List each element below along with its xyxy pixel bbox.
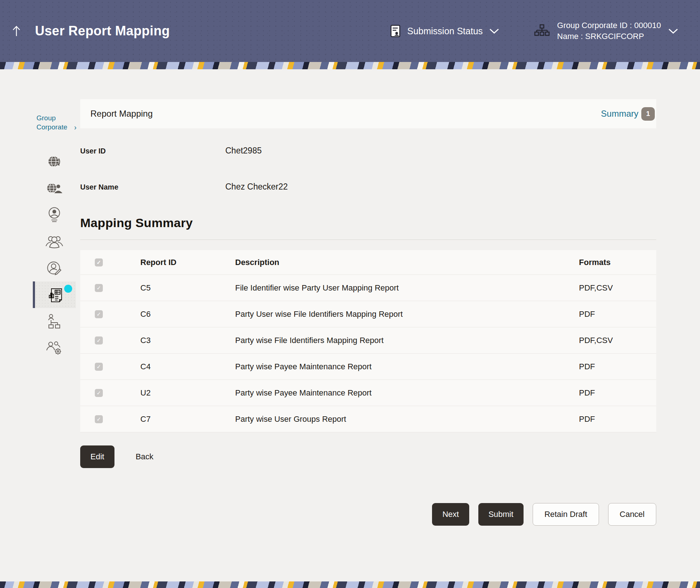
user-id-row: User ID Chet2985 — [80, 146, 656, 156]
page-title: User Report Mapping — [35, 23, 170, 39]
formats-cell: PDF — [579, 414, 656, 424]
table-row: ✓ C3 Party wise File Identifiers Mapping… — [80, 327, 656, 354]
table-row: ✓ C6 Party User wise File Identifiers Ma… — [80, 301, 656, 327]
chevron-down-icon — [489, 28, 499, 34]
column-header-report-id: Report ID — [140, 258, 235, 267]
header-right: Submission Status Group Corporate — [390, 20, 678, 42]
report-id-cell: C3 — [140, 336, 235, 345]
user-profile-icon — [46, 206, 63, 224]
row-checkbox-cell: ✓ — [80, 415, 140, 423]
description-cell: File Identifier wise Party User Mapping … — [235, 283, 579, 293]
breadcrumb-group-corporate[interactable]: Group Corporate › — [36, 114, 77, 132]
formats-cell: PDF,CSV — [579, 283, 656, 293]
decorative-pattern-strip-top — [0, 62, 700, 69]
formats-cell: PDF — [579, 309, 656, 319]
sidebar-item-report-mapping[interactable] — [33, 281, 76, 308]
sidebar-item-user-group[interactable] — [33, 228, 76, 255]
retain-draft-button[interactable]: Retain Draft — [533, 503, 599, 526]
summary-count-badge: 1 — [641, 107, 655, 121]
user-id-value: Chet2985 — [225, 146, 262, 156]
sidebar-item-workflow-management[interactable] — [33, 308, 76, 335]
main-content: Report Mapping Summary 1 User ID Chet298… — [80, 69, 656, 526]
description-cell: Party wise User Groups Report — [235, 414, 579, 424]
submission-status-dropdown[interactable]: Submission Status — [390, 24, 499, 38]
report-id-cell: U2 — [140, 388, 235, 398]
group-corporate-dropdown[interactable]: Group Corporate ID : 000010 Name : SRKGC… — [534, 20, 678, 42]
user-name-row: User Name Chez Checker22 — [80, 182, 656, 192]
sidebar-item-user-profile[interactable] — [33, 202, 76, 228]
row-checkbox-cell: ✓ — [80, 336, 140, 344]
scroll-up-icon[interactable] — [11, 25, 22, 37]
decorative-pattern-strip-bottom — [0, 581, 700, 588]
header-checkbox-cell: ✓ — [80, 258, 140, 266]
column-header-formats: Formats — [579, 258, 656, 267]
content: Group Corporate › — [0, 69, 700, 526]
header-left: User Report Mapping — [11, 23, 170, 39]
row-checkbox-cell: ✓ — [80, 389, 140, 397]
back-button[interactable]: Back — [136, 452, 153, 462]
group-corporate-id: Group Corporate ID : 000010 — [557, 20, 661, 31]
breadcrumb-label: Group Corporate — [36, 114, 73, 132]
sidebar-item-party-preferences[interactable] — [33, 148, 76, 175]
app-header: User Report Mapping Submission Status — [0, 0, 700, 62]
submission-status-icon — [390, 24, 401, 38]
table-row: ✓ C4 Party wise Payee Maintenance Report… — [80, 354, 656, 380]
formats-cell: PDF — [579, 388, 656, 398]
panel-title: Report Mapping — [90, 109, 153, 119]
chevron-right-icon: › — [74, 122, 77, 132]
cancel-button[interactable]: Cancel — [608, 503, 656, 526]
sidebar-item-user-group-settings[interactable] — [33, 335, 76, 361]
sidebar-item-user-modify[interactable] — [33, 255, 76, 281]
table-row: ✓ C5 File Identifier wise Party User Map… — [80, 275, 656, 301]
workflow-user-icon — [46, 313, 63, 330]
sidebar-nav — [0, 148, 80, 361]
edit-back-actions: Edit Back — [80, 445, 656, 468]
column-header-description: Description — [235, 258, 579, 267]
summary-wrap: Summary 1 — [601, 107, 655, 121]
report-mapping-table: ✓ Report ID Description Formats ✓ C5 Fil… — [80, 250, 656, 432]
user-edit-icon — [45, 260, 64, 277]
report-mapping-panel-header: Report Mapping Summary 1 — [80, 99, 656, 128]
mapping-summary-title: Mapping Summary — [80, 216, 656, 230]
report-id-cell: C4 — [140, 362, 235, 371]
user-settings-icon — [45, 339, 64, 357]
description-cell: Party User wise File Identifiers Mapping… — [235, 309, 579, 319]
org-hierarchy-icon — [534, 24, 550, 38]
description-cell: Party wise File Identifiers Mapping Repo… — [235, 336, 579, 345]
group-corporate-name: Name : SRKGCIFCORP — [557, 31, 661, 42]
row-checkbox-cell: ✓ — [80, 284, 140, 292]
globe-user-icon — [45, 180, 64, 196]
report-id-cell: C6 — [140, 309, 235, 319]
description-cell: Party wise Payee Maintenance Report — [235, 362, 579, 371]
report-table-body: ✓ C5 File Identifier wise Party User Map… — [80, 275, 656, 432]
row-checkbox-cell: ✓ — [80, 310, 140, 318]
row-checkbox[interactable]: ✓ — [95, 310, 103, 318]
row-checkbox-cell: ✓ — [80, 363, 140, 371]
row-checkbox[interactable]: ✓ — [95, 415, 103, 423]
active-indicator-dot — [64, 285, 72, 293]
chevron-down-icon — [668, 28, 678, 34]
row-checkbox[interactable]: ✓ — [95, 284, 103, 292]
row-checkbox[interactable]: ✓ — [95, 336, 103, 344]
formats-cell: PDF — [579, 362, 656, 371]
table-header-row: ✓ Report ID Description Formats — [80, 250, 656, 275]
group-corporate-info: Group Corporate ID : 000010 Name : SRKGC… — [557, 20, 661, 42]
globe-refresh-icon — [46, 154, 63, 170]
summary-link[interactable]: Summary — [601, 109, 638, 119]
submit-button[interactable]: Submit — [478, 503, 524, 526]
user-id-label: User ID — [80, 147, 225, 155]
table-row: ✓ C7 Party wise User Groups Report PDF — [80, 406, 656, 432]
form-actions: Next Submit Retain Draft Cancel — [80, 503, 656, 526]
row-checkbox[interactable]: ✓ — [95, 363, 103, 371]
next-button[interactable]: Next — [432, 503, 469, 526]
section-divider — [80, 240, 656, 240]
select-all-checkbox[interactable]: ✓ — [95, 258, 103, 266]
description-cell: Party wise Payee Maintenance Report — [235, 388, 579, 398]
sidebar-item-corporate-user[interactable] — [33, 175, 76, 202]
report-mapping-icon — [46, 286, 65, 304]
edit-button[interactable]: Edit — [80, 445, 114, 468]
sidebar: Group Corporate › — [0, 69, 80, 526]
user-name-label: User Name — [80, 183, 225, 191]
report-id-cell: C5 — [140, 283, 235, 293]
row-checkbox[interactable]: ✓ — [95, 389, 103, 397]
